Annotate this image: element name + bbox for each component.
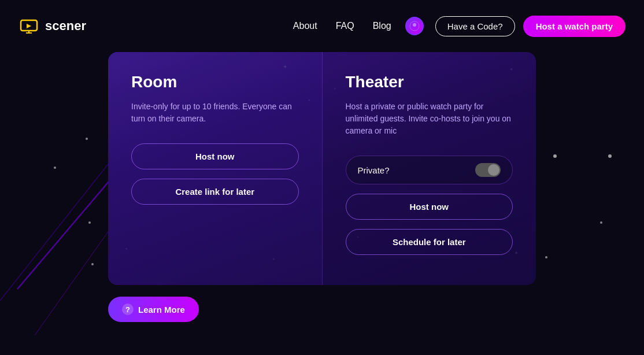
learn-more-label: Learn More (138, 305, 185, 315)
logo[interactable]: scener (18, 16, 86, 36)
nav-links: About FAQ Blog (293, 21, 391, 31)
theater-host-now-button[interactable]: Host now (346, 194, 513, 220)
theater-schedule-button[interactable]: Schedule for later (346, 229, 513, 255)
theater-description: Host a private or public watch party for… (346, 101, 513, 137)
nav-link-about[interactable]: About (293, 21, 317, 31)
cards-container: ✦ ● ● ✦ Room Invite-only for up to 10 fr… (108, 52, 536, 285)
logo-text: scener (45, 19, 86, 34)
avatar-icon (409, 21, 420, 31)
svg-point-15 (413, 23, 416, 27)
room-card: ✦ ● ● ✦ Room Invite-only for up to 10 fr… (108, 52, 323, 285)
have-code-button[interactable]: Have a Code? (435, 16, 515, 36)
learn-more-button[interactable]: ? Learn More (108, 297, 199, 322)
nav-link-blog[interactable]: Blog (373, 21, 391, 31)
host-watch-party-button[interactable]: Host a watch party (523, 16, 626, 37)
private-label: Private? (358, 165, 390, 175)
theater-card: ● ● ✦ ● Theater Host a private or public… (323, 52, 536, 285)
private-toggle-container[interactable]: Private? (346, 156, 513, 184)
room-host-now-button[interactable]: Host now (131, 143, 299, 169)
private-toggle-switch[interactable] (475, 163, 501, 177)
nav-link-faq[interactable]: FAQ (336, 21, 354, 31)
room-title: Room (131, 73, 299, 91)
room-create-link-button[interactable]: Create link for later (131, 179, 299, 205)
avatar[interactable] (405, 17, 424, 35)
cards-wrapper: ✦ ● ● ✦ Room Invite-only for up to 10 fr… (108, 52, 536, 322)
room-description: Invite-only for up to 10 friends. Everyo… (131, 101, 299, 125)
main-content: ✦ ● ● ✦ Room Invite-only for up to 10 fr… (0, 52, 644, 322)
navbar: scener About FAQ Blog Have a Code? Host … (0, 0, 644, 52)
question-icon: ? (122, 304, 134, 315)
theater-title: Theater (346, 73, 513, 91)
logo-icon (18, 16, 39, 36)
